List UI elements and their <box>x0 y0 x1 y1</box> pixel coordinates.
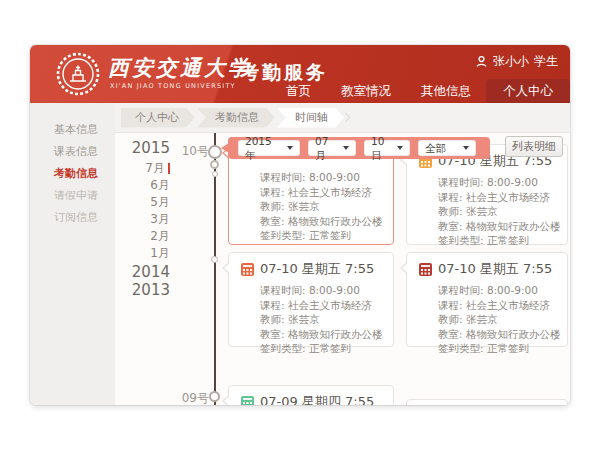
sidebar: 基本信息 课表信息 考勤信息 请假申请 订阅信息 <box>30 103 115 405</box>
user-name: 张小小 <box>493 53 529 70</box>
category-select[interactable]: 全部 <box>418 140 476 156</box>
university-name-cn: 西安交通大学 <box>108 54 252 82</box>
nav-home[interactable]: 首页 <box>271 79 326 103</box>
breadcrumb-attendance[interactable]: 考勤信息 <box>197 108 275 128</box>
breadcrumb: 个人中心 考勤信息 时间轴 <box>115 103 570 133</box>
chevron-down-icon <box>397 146 403 150</box>
sidebar-item-schedule[interactable]: 课表信息 <box>30 141 115 163</box>
scale-month-6[interactable]: 6月 <box>115 177 170 194</box>
nav-classrooms[interactable]: 教室情况 <box>326 79 406 103</box>
scale-month-7[interactable]: 7月 <box>115 160 170 177</box>
attendance-card[interactable]: 07-10 星期五 7:55 课程时间: 8:00-9:00 课程: 社会主义市… <box>228 252 394 347</box>
calendar-icon <box>419 263 432 276</box>
card-title: 07-10 星期五 7:55 <box>438 260 552 278</box>
attendance-card[interactable]: 07-10 星期五 7:55 课程时间: 8:00-9:00 课程: 社会主义市… <box>406 144 568 245</box>
user-icon <box>475 55 488 68</box>
scale-year-2015[interactable]: 2015 <box>115 139 170 157</box>
chevron-down-icon <box>463 146 469 150</box>
scale-month-5[interactable]: 5月 <box>115 194 170 211</box>
sidebar-item-basic-info[interactable]: 基本信息 <box>30 119 115 141</box>
scale-year-2013[interactable]: 2013 <box>115 281 170 299</box>
sidebar-item-subscription[interactable]: 订阅信息 <box>30 207 115 229</box>
year-select[interactable]: 2015年 <box>238 140 300 156</box>
card-title: 07-09 星期四 7:55 <box>260 393 374 405</box>
university-logo-icon <box>56 52 100 96</box>
chevron-down-icon <box>287 146 293 150</box>
card-title: 07-10 星期五 7:55 <box>260 260 374 278</box>
list-detail-button[interactable]: 列表明细 <box>505 136 563 157</box>
chevron-down-icon <box>343 146 349 150</box>
timeline-node <box>210 160 219 169</box>
timeline-node <box>212 171 218 177</box>
attendance-card[interactable]: 07-09 星期四 7:55 <box>228 385 394 405</box>
date-filter-bar: 2015年 07月 10日 全部 <box>228 137 490 159</box>
calendar-icon <box>241 396 254 406</box>
university-name-en: XI'AN JIAO TONG UNIVERSITY <box>110 82 236 90</box>
day-marker-09: 09号 <box>179 390 209 405</box>
app-window: 西安交通大学 XI'AN JIAO TONG UNIVERSITY 考勤服务 张… <box>30 45 570 405</box>
scale-year-2014[interactable]: 2014 <box>115 263 170 281</box>
scale-month-3[interactable]: 3月 <box>115 211 170 228</box>
attendance-card[interactable]: 07-10 星期五 7:55 课程时间: 8:00-9:00 课程: 社会主义市… <box>406 252 568 347</box>
breadcrumb-chevron-icon <box>341 113 351 123</box>
breadcrumb-personal-center[interactable]: 个人中心 <box>121 108 195 128</box>
calendar-icon <box>241 263 254 276</box>
nav-other-info[interactable]: 其他信息 <box>406 79 486 103</box>
timeline-node <box>208 145 222 159</box>
sidebar-item-attendance[interactable]: 考勤信息 <box>30 163 115 185</box>
timeline-node <box>211 256 218 263</box>
scale-month-1[interactable]: 1月 <box>115 245 170 262</box>
day-select[interactable]: 10日 <box>364 140 410 156</box>
timeline-node <box>209 391 220 402</box>
breadcrumb-timeline[interactable]: 时间轴 <box>277 108 344 128</box>
nav-personal-center[interactable]: 个人中心 <box>486 79 570 103</box>
timeline-content: 2015 7月 6月 5月 3月 2月 1月 2014 2013 10号 09号… <box>115 133 570 405</box>
user-role: 学生 <box>534 53 558 70</box>
day-marker-10: 10号 <box>179 143 209 160</box>
current-month-marker <box>168 163 170 174</box>
app-header: 西安交通大学 XI'AN JIAO TONG UNIVERSITY 考勤服务 张… <box>30 45 570 103</box>
attendance-card-partial[interactable] <box>406 399 568 405</box>
user-info[interactable]: 张小小 学生 <box>475 53 558 70</box>
sidebar-item-leave-request[interactable]: 请假申请 <box>30 185 115 207</box>
month-select[interactable]: 07月 <box>308 140 356 156</box>
scale-month-2[interactable]: 2月 <box>115 228 170 245</box>
main-nav: 首页 教室情况 其他信息 个人中心 <box>271 79 570 103</box>
